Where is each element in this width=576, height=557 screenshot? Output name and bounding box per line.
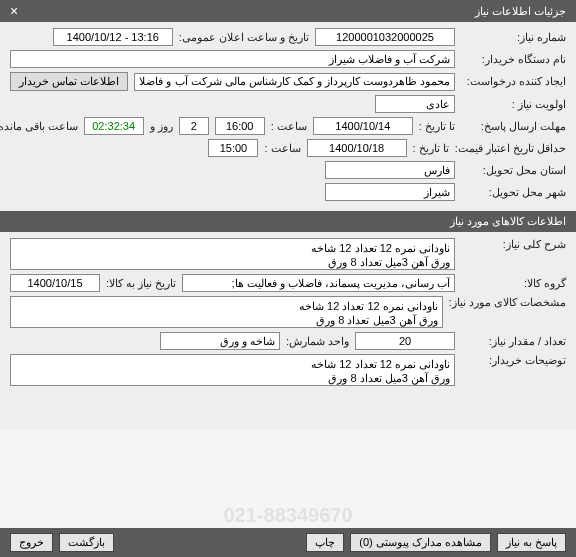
buyer-label: نام دستگاه خریدار: [461,53,566,66]
group-field[interactable] [182,274,455,292]
exit-button[interactable]: خروج [10,533,53,552]
goods-form: شرح کلی نیاز: گروه کالا: تاریخ نیاز به ک… [0,232,576,430]
unit-field[interactable] [160,332,280,350]
days-label: روز و [150,120,173,133]
goods-header: اطلاعات کالاهای مورد نیاز [0,211,576,232]
need-no-label: شماره نیاز: [461,31,566,44]
notes-field[interactable] [10,354,455,386]
to-date-label-2: تا تاریخ : [413,142,449,155]
watermark-phone: 021-88349670 [223,504,352,527]
header-title: جزئیات اطلاعات نیاز [475,5,566,18]
unit-label: واحد شمارش: [286,335,349,348]
contact-info-button[interactable]: اطلاعات تماس خریدار [10,72,128,91]
spec-field[interactable] [10,296,443,328]
attachments-button[interactable]: مشاهده مدارک پیوستی (0) [350,533,491,552]
priority-label: اولویت نیاز : [461,98,566,111]
time-label-2: ساعت : [264,142,300,155]
close-icon[interactable]: × [10,4,18,18]
need-to-label: تاریخ نیاز به کالا: [106,277,176,290]
public-date-field[interactable] [53,28,173,46]
spec-label: مشخصات کالای مورد نیاز: [449,296,566,309]
goods-header-title: اطلاعات کالاهای مورد نیاز [450,215,566,228]
priority-field[interactable] [375,95,455,113]
to-date-label-1: تا تاریخ : [419,120,455,133]
qty-field[interactable] [355,332,455,350]
need-no-field[interactable] [315,28,455,46]
need-to-field[interactable] [10,274,100,292]
time-label-1: ساعت : [271,120,307,133]
province-field[interactable] [325,161,455,179]
days-field[interactable] [179,117,209,135]
province-label: استان محل تحویل: [461,164,566,177]
min-valid-label: حداقل تاریخ اعتبار قیمت: [455,142,566,155]
city-label: شهر محل تحویل: [461,186,566,199]
respond-button[interactable]: پاسخ به نیاز [497,533,566,552]
deadline-time-field[interactable] [215,117,265,135]
back-button[interactable]: بازگشت [59,533,114,552]
requester-field[interactable] [134,73,455,91]
remain-label: ساعت باقی مانده [0,120,78,133]
valid-time-field[interactable] [208,139,258,157]
valid-date-field[interactable] [307,139,407,157]
print-button[interactable]: چاپ [306,533,344,552]
qty-label: تعداد / مقدار نیاز: [461,335,566,348]
countdown-field [84,117,144,135]
need-details-form: شماره نیاز: تاریخ و ساعت اعلان عمومی: نا… [0,22,576,211]
city-field[interactable] [325,183,455,201]
deadline-label: مهلت ارسال پاسخ: [461,120,566,133]
overview-field[interactable] [10,238,455,270]
buyer-field[interactable] [10,50,455,68]
requester-label: ایجاد کننده درخواست: [461,75,566,88]
notes-label: توضیحات خریدار: [461,354,566,367]
deadline-date-field[interactable] [313,117,413,135]
public-date-label: تاریخ و ساعت اعلان عمومی: [179,31,309,44]
button-bar: پاسخ به نیاز مشاهده مدارک پیوستی (0) چاپ… [0,528,576,557]
overview-label: شرح کلی نیاز: [461,238,566,251]
main-header: جزئیات اطلاعات نیاز × [0,0,576,22]
group-label: گروه کالا: [461,277,566,290]
